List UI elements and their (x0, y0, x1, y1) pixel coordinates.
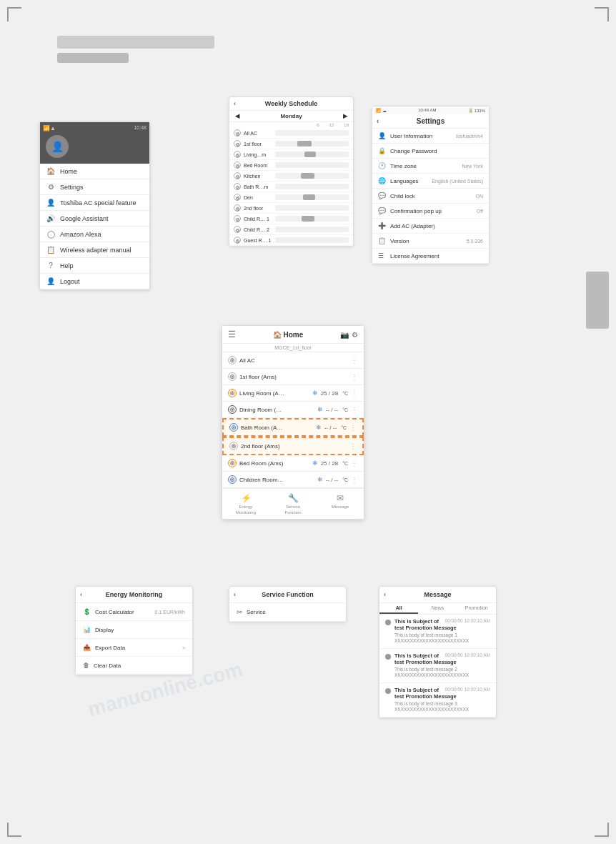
ep-row-export[interactable]: 📤 Export Data > (76, 639, 192, 657)
mp-back-button[interactable]: ‹ (384, 591, 386, 598)
svp-back-button[interactable]: ‹ (234, 591, 236, 598)
hs-row-1stfloor[interactable]: ◎ 1st floor (Ams) ⋮ (222, 369, 364, 385)
sp-version-value: 5.0.336 (467, 239, 483, 244)
sp-row-version: 📋 Version 5.0.336 (372, 234, 489, 249)
sidebar-item-home[interactable]: 🏠 Home (40, 164, 149, 179)
mp-title: Message (385, 591, 490, 598)
ws-row-icon: ◎ (234, 204, 241, 212)
sidebar-item-alexa[interactable]: ◯ Amazon Alexa (40, 227, 149, 242)
hs-settings-icon[interactable]: ⚙ (352, 331, 358, 339)
ws-row-icon: ◎ (234, 215, 241, 222)
hs-row-more-dining[interactable]: ⋮ (351, 406, 358, 414)
footer-item-message[interactable]: ✉ Message (317, 492, 364, 516)
hs-row-more-1stfloor[interactable]: ⋮ (351, 373, 358, 381)
alexa-icon: ◯ (46, 230, 56, 238)
ws-row-bathroom[interactable]: ◎ Bath R…m (229, 182, 353, 192)
ws-row-name: Guest R… 1 (244, 238, 272, 243)
hs-row-living[interactable]: ◎ Living Room (A… ❄ 25 / 28 °C ⋮ (222, 385, 364, 402)
home-screen: ☰ 🏠 Home 📷 ⚙ MGCE_1st_floor ◎ All AC ⋮ ◎… (222, 325, 364, 520)
hs-row-more-bath[interactable]: ⋮ (349, 424, 357, 432)
ws-next-button[interactable]: ▶ (343, 113, 347, 119)
ws-row-allac[interactable]: ◎ All AC (229, 128, 353, 139)
hs-row-allac[interactable]: ◎ All AC ⋮ (222, 352, 364, 369)
ws-bar-area (275, 130, 349, 136)
ws-row-icon: ◎ (234, 129, 241, 136)
sp-row-languages[interactable]: 🌐 Languages English (United States) (372, 174, 489, 189)
sidebar-item-logout[interactable]: 👤 Logout (40, 274, 149, 289)
ep-row-costcalc[interactable]: 💲 Cost Calculator 0.1 EUR/kWh (76, 603, 192, 621)
hs-menu-icon[interactable]: ☰ (228, 329, 236, 339)
mp-item-2[interactable]: 00/00/00 10:00:10 AM This is Subject of … (379, 649, 496, 683)
sp-childlock-label: Child lock (390, 193, 415, 199)
svp-row-service[interactable]: ✂ Service (229, 603, 346, 622)
ws-row-kitchen[interactable]: ◎ Kitchen (229, 171, 353, 182)
avatar: 👤 (46, 135, 69, 158)
hs-row-bathroom[interactable]: ◎ Bath Room (A… ❄ -- / -- °C ⋮ (222, 418, 364, 437)
hs-row-more-bed[interactable]: ⋮ (351, 460, 358, 467)
hs-row-more-2ndfloor[interactable]: ⋮ (349, 442, 357, 450)
ws-row-icon: ◎ (234, 162, 241, 169)
ep-row-cleardata[interactable]: 🗑 Clear Data (76, 657, 192, 675)
ws-row-icon: ◎ (234, 172, 241, 179)
ws-back-button[interactable]: ‹ (234, 100, 236, 107)
ws-row-2ndfloor[interactable]: ◎ 2nd floor (229, 203, 353, 214)
sidebar-item-toshiba[interactable]: 👤 Toshiba AC special feature (40, 195, 149, 211)
hs-row-dining[interactable]: ◎ Dining Room (… ❄ -- / -- °C ⋮ (222, 402, 364, 418)
mp-item-3[interactable]: 00/00/00 10:00:10 AM This is Subject of … (379, 683, 496, 718)
hs-header: ☰ 🏠 Home 📷 ⚙ (222, 326, 364, 344)
sidebar-item-help[interactable]: ? Help (40, 258, 149, 274)
ws-row-1stfloor[interactable]: ◎ 1st floor (229, 139, 353, 149)
hs-row-more-living[interactable]: ⋮ (351, 389, 358, 397)
hs-row-more-children[interactable]: ⋮ (351, 476, 358, 484)
sidebar-item-google[interactable]: 🔊 Google Assistant (40, 211, 149, 227)
snowflake-icon-bed: ❄ (312, 460, 318, 467)
ws-prev-button[interactable]: ◀ (235, 113, 239, 119)
ws-row-child1[interactable]: ◎ Child R… 1 (229, 214, 353, 224)
sp-lang-label: Languages (390, 178, 419, 184)
sp-back-button[interactable]: ‹ (377, 117, 379, 125)
tab-promotion[interactable]: Promotion (457, 603, 496, 614)
hs-row-bedrooms[interactable]: ◎ Bed Room (Ams) ❄ 25 / 28 °C ⋮ (222, 455, 364, 472)
manual-icon: 📋 (46, 246, 56, 254)
footer-item-energy[interactable]: ⚡ Energy Monitoring (222, 492, 269, 516)
footer-item-service[interactable]: 🔧 Service Function (269, 492, 317, 516)
tab-news[interactable]: News (418, 603, 457, 614)
footer-service-label: Service (286, 505, 300, 509)
sp-row-license[interactable]: ☰ License Agreement (372, 249, 489, 264)
status-bar: 📶 ☁ 10:48 AM 🔋 133% (372, 106, 489, 114)
sp-row-changepass[interactable]: 🔒 Change Password (372, 144, 489, 159)
hs-row-children[interactable]: ◎ Children Room… ❄ -- / -- °C ⋮ (222, 472, 364, 488)
sidebar-item-settings[interactable]: ⚙ Settings (40, 179, 149, 195)
mp-item-1[interactable]: 00/00/00 10:00:10 AM This is Subject of … (379, 615, 496, 649)
hs-camera-icon[interactable]: 📷 (340, 331, 349, 339)
sp-row-addac[interactable]: ➕ Add AC (Adapter) (372, 219, 489, 234)
tab-all[interactable]: All (379, 603, 418, 614)
ws-row-name: Child R… 1 (244, 217, 272, 222)
hs-row-unit-dining: °C (342, 407, 348, 412)
ws-row-living[interactable]: ◎ Living…m (229, 149, 353, 160)
sp-row-confirmpopup[interactable]: 💬 Confirmation pop up Off (372, 204, 489, 219)
sidebar-item-manual[interactable]: 📋 Wireless adapter manual (40, 242, 149, 258)
svp-title: Service Function (235, 591, 340, 598)
ws-row-den[interactable]: ◎ Den (229, 192, 353, 203)
sp-row-timezone[interactable]: 🕐 Time zone New York (372, 159, 489, 174)
sp-row-userinfo[interactable]: 👤 User Information toshiadmin4 (372, 129, 489, 144)
hs-row-icon-bedrooms: ◎ (228, 459, 237, 467)
ws-nav: ◀ Monday ▶ (229, 111, 353, 122)
ws-row-bedroom[interactable]: ◎ Bed Room (229, 160, 353, 171)
ws-row-guest1[interactable]: ◎ Guest R… 1 (229, 235, 353, 246)
lock-icon: 🔒 (378, 147, 387, 154)
hs-row-more-allac[interactable]: ⋮ (351, 357, 358, 364)
hs-row-2ndfloor[interactable]: ◎ 2nd floor (Ams) ⋮ (222, 437, 364, 455)
ws-row-child2[interactable]: ◎ Child R… 2 (229, 224, 353, 235)
mp-dot (385, 620, 391, 625)
sp-title: Settings (377, 117, 485, 125)
ep-back-button[interactable]: ‹ (80, 591, 82, 598)
hs-row-temp-children: -- / -- (326, 477, 338, 483)
hs-row-name-living: Living Room (A… (239, 390, 309, 397)
sidebar-item-settings-label: Settings (60, 184, 84, 191)
sp-header: ‹ Settings (372, 114, 489, 129)
sp-row-childlock[interactable]: 💬 Child lock ON (372, 189, 489, 204)
ep-row-display[interactable]: 📊 Display (76, 621, 192, 639)
hs-row-temp-bath: -- / -- (324, 425, 337, 431)
